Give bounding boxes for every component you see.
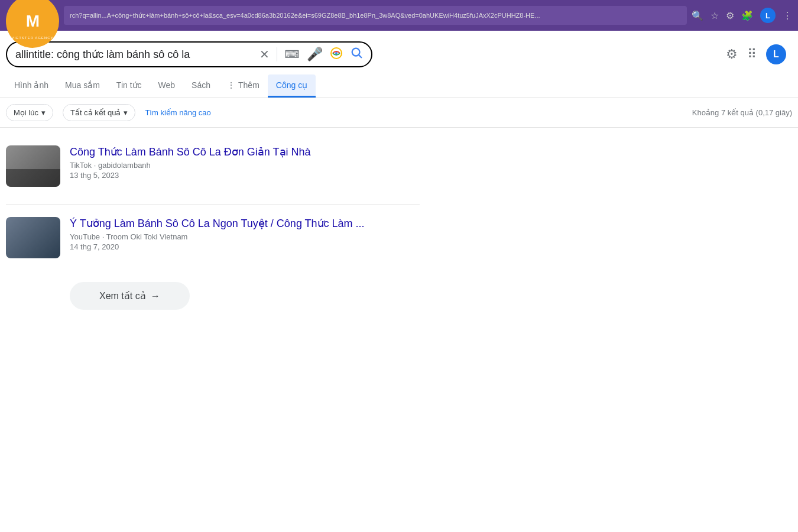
clear-icon[interactable]: ✕ — [259, 47, 270, 61]
result-content-2: Ý Tưởng Làm Bánh Sô Cô La Ngon Tuyệt / C… — [70, 217, 432, 258]
result-thumbnail-1 — [6, 145, 60, 187]
profile-avatar-small[interactable]: L — [760, 8, 776, 23]
search-input[interactable]: allintitle: công thức làm bánh sô cô la — [15, 48, 254, 61]
mic-icon[interactable]: 🎤 — [307, 47, 323, 62]
result-content-1: Công Thức Làm Bánh Sô Cô La Đơn Giản Tại… — [70, 145, 432, 187]
tab-tin-tuc[interactable]: Tin tức — [108, 74, 150, 98]
result-thumbnail-2 — [6, 217, 60, 258]
result-date-2: 14 thg 7, 2020 — [70, 242, 432, 251]
svg-point-1 — [335, 52, 338, 54]
result-title-1[interactable]: Công Thức Làm Bánh Sô Cô La Đơn Giản Tại… — [70, 145, 432, 158]
tab-web[interactable]: Web — [150, 74, 184, 98]
tab-cong-cu[interactable]: Công cụ — [268, 74, 316, 98]
filter-row: Mọi lúc ▾ Tất cả kết quả ▾ Tìm kiếm nâng… — [0, 98, 798, 128]
filter-moi-luc[interactable]: Mọi lúc ▾ — [6, 104, 53, 121]
result-count: Khoảng 7 kết quả (0,17 giây) — [692, 108, 792, 117]
nav-tabs: Hình ảnh Mua sắm Tin tức Web Sách ⋮ Thêm… — [0, 74, 798, 98]
result-separator — [6, 205, 420, 205]
search-area: allintitle: công thức làm bánh sô cô la … — [0, 31, 798, 74]
url-bar[interactable]: rch?q=allin...A+công+thức+làm+bánh+sô+cô… — [64, 6, 687, 25]
tab-mua-sam[interactable]: Mua sắm — [57, 74, 108, 98]
search-box-icons: ✕ ⌨ 🎤 — [259, 46, 363, 63]
result-item-2: Ý Tưởng Làm Bánh Sô Cô La Ngon Tuyệt / C… — [6, 217, 432, 258]
search-submit-icon[interactable] — [350, 46, 363, 63]
result-source-1: TikTok · gabidolambanh — [70, 161, 432, 170]
result-source-2: YouTube · Troom Oki Toki Vietnam — [70, 232, 432, 241]
arrow-icon: → — [151, 291, 160, 301]
result-item: Công Thức Làm Bánh Sô Cô La Đơn Giản Tại… — [6, 145, 432, 187]
see-all-button[interactable]: Xem tất cả → — [70, 282, 190, 310]
advanced-search-link[interactable]: Tìm kiếm nâng cao — [145, 108, 210, 117]
results-area: Công Thức Làm Bánh Sô Cô La Đơn Giản Tại… — [0, 128, 798, 316]
url-text: rch?q=allin...A+công+thức+làm+bánh+sô+cô… — [70, 12, 540, 20]
result-date-1: 13 thg 5, 2023 — [70, 171, 432, 180]
result-title-2[interactable]: Ý Tưởng Làm Bánh Sô Cô La Ngon Tuyệt / C… — [70, 217, 432, 230]
chevron-down-icon: ▾ — [41, 108, 46, 117]
settings-icon[interactable]: ⚙ — [726, 10, 734, 21]
tab-sach[interactable]: Sách — [183, 74, 219, 98]
browser-icons: 🔍 ☆ ⚙ 🧩 L ⋮ — [692, 8, 792, 23]
tab-them[interactable]: ⋮ Thêm — [219, 74, 268, 98]
browser-chrome: M VIETSTER AGENCY rch?q=allin...A+công+t… — [0, 0, 798, 31]
logo-sub: VIETSTER AGENCY — [11, 36, 53, 40]
svg-line-3 — [359, 55, 361, 57]
logo-letter: M — [26, 12, 39, 31]
chevron-down-icon-2: ▾ — [124, 108, 128, 117]
gear-icon[interactable]: ⚙ — [726, 47, 738, 62]
profile-avatar[interactable]: L — [766, 44, 786, 64]
search-box[interactable]: allintitle: công thức làm bánh sô cô la … — [6, 41, 372, 67]
keyboard-icon[interactable]: ⌨ — [284, 48, 300, 61]
zoom-icon: 🔍 — [692, 10, 703, 21]
menu-icon[interactable]: ⋮ — [783, 10, 792, 21]
tab-hinh-anh[interactable]: Hình ảnh — [6, 74, 57, 98]
extension-icon[interactable]: 🧩 — [741, 10, 753, 21]
top-right-icons: ⚙ ⠿ L — [726, 44, 798, 64]
lens-icon[interactable] — [330, 47, 343, 63]
apps-icon[interactable]: ⠿ — [747, 47, 757, 62]
star-icon[interactable]: ☆ — [711, 10, 719, 21]
filter-tat-ca-ket-qua[interactable]: Tất cả kết quả ▾ — [63, 104, 135, 121]
divider — [277, 47, 277, 61]
